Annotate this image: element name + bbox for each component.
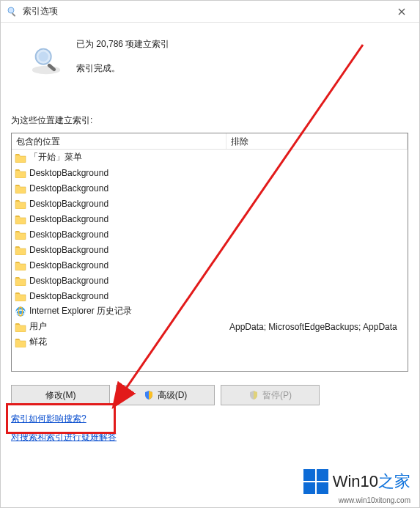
advanced-button-label: 高级(D)	[158, 389, 188, 402]
pause-button: 暂停(P)	[221, 385, 320, 405]
list-item[interactable]: DesktopBackground	[12, 165, 408, 180]
folder-icon	[15, 229, 26, 240]
location-name: 「开始」菜单	[29, 151, 82, 163]
folder-icon	[15, 245, 26, 255]
location-name: DesktopBackground	[29, 229, 108, 240]
folder-icon	[15, 291, 26, 301]
list-item[interactable]: DesktopBackground	[12, 211, 408, 227]
close-button[interactable]	[386, 1, 418, 22]
location-name: 鲜花	[29, 336, 47, 348]
locations-header: 包含的位置 排除	[12, 133, 408, 150]
list-item[interactable]: DesktopBackground	[12, 288, 408, 303]
list-item[interactable]: DesktopBackground	[12, 196, 408, 211]
branding-logo: Win10之家	[303, 469, 410, 494]
column-included[interactable]: 包含的位置	[12, 133, 226, 149]
folder-icon	[15, 214, 26, 224]
shield-icon	[248, 390, 259, 400]
location-name: DesktopBackground	[29, 199, 108, 209]
help-link-how[interactable]: 索引如何影响搜索?	[11, 413, 86, 425]
shield-icon	[144, 390, 154, 400]
svg-point-0	[8, 7, 14, 13]
window-title: 索引选项	[23, 5, 58, 18]
list-item[interactable]: 用户AppData; MicrosoftEdgeBackups; AppData	[12, 319, 408, 334]
svg-rect-1	[12, 12, 16, 17]
locations-label: 为这些位置建立索引:	[11, 114, 409, 127]
brand-text-1: Win10	[333, 472, 378, 490]
branding-url: www.win10xitong.com	[339, 496, 410, 504]
svg-point-4	[32, 66, 60, 75]
folder-icon	[15, 260, 26, 270]
location-name: DesktopBackground	[29, 183, 108, 194]
pause-button-label: 暂停(P)	[262, 389, 292, 402]
folder-icon	[15, 183, 26, 194]
folder-icon	[15, 276, 26, 286]
column-excluded[interactable]: 排除	[226, 133, 408, 149]
index-summary: 已为 20,786 项建立索引 索引完成。	[29, 34, 409, 76]
index-status-text: 索引完成。	[76, 62, 169, 75]
help-link-troubleshoot[interactable]: 对搜索和索引进行疑难解答	[11, 431, 117, 443]
ie-icon	[15, 306, 26, 317]
advanced-button[interactable]: 高级(D)	[116, 385, 215, 405]
location-excluded: AppData; MicrosoftEdgeBackups; AppData	[226, 322, 408, 332]
folder-icon	[15, 152, 26, 163]
list-item[interactable]: 「开始」菜单	[12, 150, 408, 165]
index-count-text: 已为 20,786 项建立索引	[76, 38, 169, 51]
folder-icon	[15, 322, 26, 332]
location-name: DesktopBackground	[29, 214, 108, 224]
windows-logo-icon	[303, 469, 328, 494]
locations-list[interactable]: 包含的位置 排除 「开始」菜单DesktopBackgroundDesktopB…	[11, 133, 408, 372]
location-name: DesktopBackground	[29, 276, 108, 286]
list-item[interactable]: Internet Explorer 历史记录	[12, 303, 408, 319]
indexing-options-icon	[7, 6, 18, 18]
location-name: DesktopBackground	[29, 260, 108, 270]
modify-button-label: 修改(M)	[45, 389, 76, 402]
folder-icon	[15, 337, 26, 347]
list-item[interactable]: 鲜花	[12, 334, 408, 350]
list-item[interactable]: DesktopBackground	[12, 273, 408, 288]
folder-icon	[15, 168, 26, 178]
magnifier-icon	[29, 43, 63, 76]
modify-button[interactable]: 修改(M)	[11, 385, 110, 405]
list-item[interactable]: DesktopBackground	[12, 257, 408, 273]
list-item[interactable]: DesktopBackground	[12, 180, 408, 196]
brand-text-2: 之家	[378, 472, 410, 490]
titlebar: 索引选项	[1, 1, 419, 23]
location-name: DesktopBackground	[29, 168, 108, 178]
location-name: 用户	[29, 320, 47, 333]
svg-point-6	[38, 51, 48, 61]
location-name: DesktopBackground	[29, 245, 108, 255]
location-name: DesktopBackground	[29, 291, 108, 301]
folder-icon	[15, 199, 26, 209]
location-name: Internet Explorer 历史记录	[29, 305, 132, 317]
list-item[interactable]: DesktopBackground	[12, 227, 408, 242]
list-item[interactable]: DesktopBackground	[12, 242, 408, 257]
